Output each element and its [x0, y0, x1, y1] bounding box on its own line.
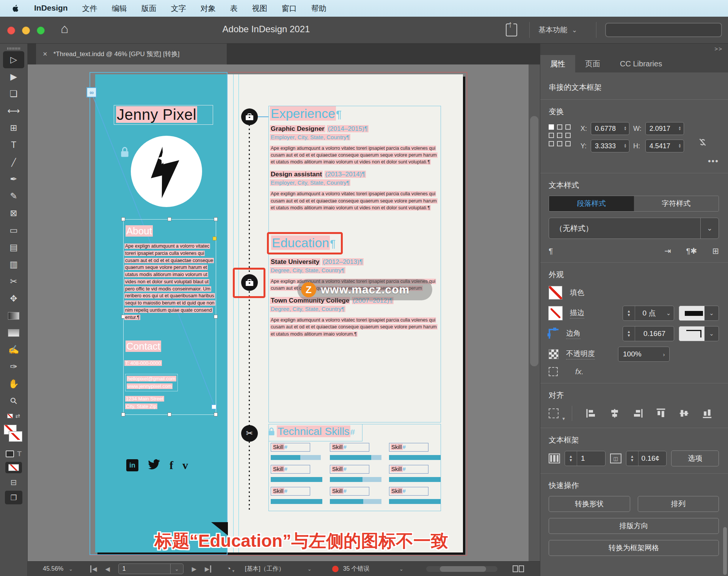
tab-cc-libraries[interactable]: CC Libraries: [610, 55, 672, 72]
gap-tool[interactable]: ⟷: [3, 102, 24, 119]
column-guide[interactable]: [238, 74, 239, 552]
selection-handle[interactable]: [168, 413, 171, 416]
corner-radius-stepper[interactable]: ▲▼0.1667: [623, 326, 674, 341]
clear-overrides-icon[interactable]: ¶✱: [686, 246, 697, 256]
stroke-color-swatch[interactable]: [9, 432, 22, 441]
page-number-field[interactable]: 1 ⌄: [118, 563, 184, 574]
formatting-affects-container-button[interactable]: [6, 450, 14, 457]
workspace-switcher[interactable]: 基本功能 ⌄: [538, 25, 577, 35]
grid-tool[interactable]: ▥: [3, 256, 24, 273]
menu-item[interactable]: 视图: [252, 3, 267, 14]
panel-grip[interactable]: [7, 47, 20, 50]
last-page-button[interactable]: ▶: [205, 565, 211, 573]
frame-tool[interactable]: ⊠: [3, 205, 24, 222]
constrain-proportions-broken-icon[interactable]: [698, 137, 708, 148]
line-tool[interactable]: ╱: [3, 154, 24, 171]
opacity-label[interactable]: 不透明度: [566, 349, 595, 359]
menu-item[interactable]: InDesign: [34, 3, 68, 14]
scissors-tool[interactable]: ✂: [3, 273, 24, 290]
align-center-vertical-button[interactable]: [673, 408, 696, 419]
align-bottom-button[interactable]: [696, 408, 719, 419]
preflight-menu[interactable]: ◔ ▼: [226, 565, 235, 573]
tab-properties[interactable]: 属性: [540, 55, 575, 72]
eyedropper-tool[interactable]: ✑: [3, 358, 24, 375]
convert-to-frame-grid-button[interactable]: 转换为框架网格: [549, 540, 719, 556]
redefine-style-icon[interactable]: ⇥: [664, 246, 671, 256]
selection-handle[interactable]: [168, 217, 171, 221]
character-styles-tab[interactable]: 字符样式: [634, 196, 719, 211]
object-effects-icon[interactable]: [549, 367, 558, 376]
tab-pages[interactable]: 页面: [575, 55, 610, 72]
y-field[interactable]: 3.3333▲▼: [591, 140, 629, 152]
corner-options-icon[interactable]: [549, 329, 559, 339]
new-style-icon[interactable]: ⊞: [712, 246, 719, 256]
opacity-field[interactable]: 100%›: [618, 347, 670, 362]
paragraph-styles-tab[interactable]: 段落样式: [549, 196, 634, 211]
free-transform-tool[interactable]: ✥: [3, 290, 24, 307]
stroke-label[interactable]: 描边: [570, 308, 584, 319]
columns-stepper[interactable]: ▲▼1: [565, 451, 606, 466]
search-input[interactable]: [605, 23, 722, 37]
gradient-tool[interactable]: [3, 307, 24, 324]
align-top-button[interactable]: [649, 408, 672, 419]
writing-direction-button[interactable]: 排版方向: [549, 518, 719, 534]
note-tool[interactable]: ✍: [3, 341, 24, 358]
page-tool[interactable]: ❏: [3, 85, 24, 102]
next-page-button[interactable]: ▶: [192, 565, 196, 573]
chevron-down-icon[interactable]: ⌄: [704, 326, 719, 341]
arrange-button[interactable]: 排列: [638, 496, 719, 512]
chevron-down-icon[interactable]: ⌄: [704, 306, 719, 321]
zoom-tool[interactable]: ⚲: [3, 392, 24, 410]
table-tool[interactable]: ▤: [3, 239, 24, 256]
rectangle-tool[interactable]: ▭: [3, 222, 24, 239]
screen-mode-button[interactable]: ❐: [5, 491, 22, 504]
selection-tool[interactable]: ▷: [3, 51, 24, 68]
live-corner-handle[interactable]: [213, 237, 217, 240]
selection-handle[interactable]: [214, 217, 218, 221]
share-icon[interactable]: [506, 24, 517, 36]
resume-name[interactable]: Jenny Pixel: [116, 106, 197, 123]
pencil-tool[interactable]: ✎: [3, 188, 24, 205]
convert-shape-button[interactable]: 转换形状: [549, 496, 630, 512]
view-options-icon[interactable]: ⊟: [11, 478, 17, 487]
formatting-affects-text-button[interactable]: T: [17, 450, 22, 458]
x-field[interactable]: 0.6778▲▼: [591, 122, 629, 135]
scrollbar-thumb[interactable]: [530, 116, 538, 366]
gradient-feather-tool[interactable]: [3, 324, 24, 341]
selection-handle[interactable]: [121, 413, 125, 416]
canvas-horizontal-scrollbar[interactable]: [426, 566, 497, 572]
selection-handle[interactable]: [121, 217, 125, 221]
menu-item[interactable]: 编辑: [112, 3, 127, 14]
menu-item[interactable]: 文件: [82, 3, 97, 14]
preflight-profile-dropdown[interactable]: [基本]（工作） ⌄: [245, 565, 312, 573]
menu-item[interactable]: 版面: [141, 3, 157, 14]
fx-icon[interactable]: fx.: [575, 367, 584, 376]
h-field[interactable]: 4.5417▲▼: [645, 140, 684, 152]
reference-point-grid[interactable]: [549, 124, 572, 148]
direct-selection-tool[interactable]: ▶: [3, 68, 24, 85]
close-tab-icon[interactable]: ×: [43, 50, 47, 58]
align-to-icon[interactable]: [549, 408, 559, 418]
stroke-none-swatch[interactable]: [549, 306, 562, 320]
thread-in-port-icon[interactable]: ∞: [86, 87, 97, 97]
swap-fill-stroke[interactable]: ⇄: [7, 413, 20, 419]
scrollbar-thumb[interactable]: [440, 566, 486, 572]
paragraph-mark-icon[interactable]: ¶: [549, 246, 553, 256]
align-left-button[interactable]: [580, 408, 603, 419]
apply-none-button[interactable]: [5, 462, 22, 473]
hand-tool[interactable]: ✋: [3, 375, 24, 392]
split-window-icon[interactable]: [513, 565, 524, 572]
selection-handle[interactable]: [214, 413, 218, 416]
text-frame-options-button[interactable]: 选项: [671, 450, 719, 466]
w-field[interactable]: 2.0917▲▼: [645, 122, 684, 135]
document-tab[interactable]: × *Thread_text.indd @ 46% [GPU 预览] [转换]: [36, 44, 227, 64]
logo-mark[interactable]: [131, 136, 202, 207]
more-options-icon[interactable]: •••: [549, 156, 719, 166]
fill-none-swatch[interactable]: [549, 286, 562, 300]
style-dropdown[interactable]: （无样式） ⌄: [549, 218, 719, 239]
first-page-button[interactable]: ◀: [90, 565, 97, 573]
menu-item[interactable]: 帮助: [311, 3, 326, 14]
type-tool[interactable]: T: [3, 137, 24, 154]
column-guide[interactable]: [233, 74, 234, 552]
zoom-level-dropdown[interactable]: 45.56% ⌄: [43, 565, 73, 572]
